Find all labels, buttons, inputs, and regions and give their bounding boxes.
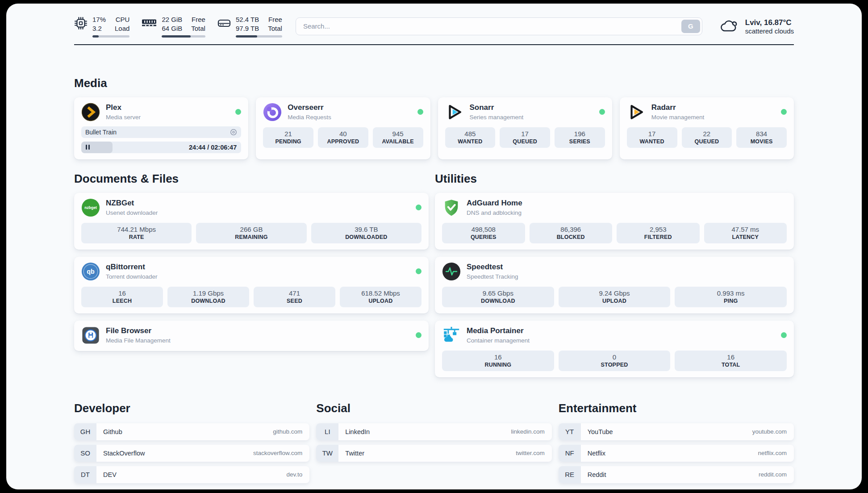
cpu-values: 17% 3.2 — [92, 15, 106, 33]
app-card-radarr[interactable]: Radarr Movie management 17WANTED 22QUEUE… — [620, 97, 794, 159]
status-dot — [235, 109, 241, 115]
app-card-qbittorrent[interactable]: qb qBittorrent Torrent downloader 16LEEC… — [74, 257, 429, 313]
app-subtitle: Torrent downloader — [106, 273, 158, 280]
playback-time: 24:44 / 02:06:47 — [189, 144, 237, 151]
app-card-nzbget[interactable]: nzbget NZBGet Usenet downloader 744.21 M… — [74, 193, 429, 250]
bookmark-abbr: DT — [74, 466, 96, 483]
search-bar: G — [296, 17, 702, 35]
stat-box: 86,396BLOCKED — [530, 223, 613, 243]
status-dot — [416, 332, 421, 338]
bookmark-youtube[interactable]: YT YouTube youtube.com — [559, 423, 794, 440]
stat-box: 16RUNNING — [442, 351, 554, 371]
disk-values: 52.4 TB 97.9 TB — [236, 15, 259, 33]
bookmark-name: Twitter — [345, 450, 364, 457]
section-title-social: Social — [316, 401, 551, 415]
nzbget-icon: nzbget — [81, 198, 100, 217]
media-grid: Plex Media server Bullet Train 24:44 / 0… — [74, 97, 794, 159]
speedtest-icon — [442, 262, 461, 281]
status-dot — [416, 205, 421, 210]
disk-widget: 52.4 TB 97.9 TB Free Total — [217, 15, 282, 38]
ram-progress-bar — [162, 35, 205, 38]
dashboard-page: 17% 3.2 CPU Load — [6, 4, 862, 489]
app-card-overseerr[interactable]: Overseerr Media Requests 21PENDING 40APP… — [256, 97, 430, 159]
ram-widget: 22 GiB 64 GiB Free Total — [142, 15, 205, 38]
app-title: AdGuard Home — [467, 199, 522, 208]
app-title: Plex — [106, 103, 141, 112]
cpu-percent: 17% — [92, 15, 106, 24]
topbar-divider — [74, 44, 794, 45]
cpu-labels: CPU Load — [115, 15, 129, 33]
app-title: Media Portainer — [467, 326, 530, 335]
disk-total: 97.9 TB — [236, 24, 259, 33]
search-engine-button[interactable]: G — [681, 20, 700, 33]
app-subtitle: Movie management — [651, 114, 705, 121]
svg-text:qb: qb — [87, 268, 95, 275]
bookmark-url: youtube.com — [752, 428, 787, 435]
app-card-adguard[interactable]: AdGuard Home DNS and adblocking 498,508Q… — [435, 193, 794, 250]
stat-box: 17WANTED — [627, 127, 677, 148]
now-playing-row: Bullet Train — [81, 126, 241, 138]
stat-box: 485WANTED — [445, 127, 496, 148]
bookmark-abbr: NF — [559, 445, 581, 462]
ram-labels: Free Total — [191, 15, 205, 33]
bookmark-abbr: SO — [74, 445, 96, 462]
app-title: NZBGet — [106, 199, 158, 208]
cpu-widget: 17% 3.2 CPU Load — [74, 15, 129, 38]
stat-box: 834MOVIES — [736, 127, 787, 148]
stat-box: 744.21 MbpsRATE — [81, 223, 192, 243]
bookmark-dev[interactable]: DT DEV dev.to — [74, 466, 309, 483]
app-card-sonarr[interactable]: Sonarr Series management 485WANTED 17QUE… — [438, 97, 612, 159]
section-title-developer: Developer — [74, 401, 309, 415]
app-card-portainer[interactable]: Media Portainer Container management 16R… — [435, 321, 794, 377]
app-title: Sonarr — [470, 103, 524, 112]
pause-icon[interactable] — [86, 145, 90, 150]
bookmark-name: Reddit — [588, 471, 606, 478]
bookmark-github[interactable]: GH Github github.com — [74, 423, 309, 440]
bookmark-url: github.com — [273, 428, 302, 435]
stat-box: 945AVAILABLE — [373, 127, 423, 148]
stat-box: 1.19 GbpsDOWNLOAD — [167, 287, 249, 307]
bookmark-name: DEV — [103, 471, 117, 478]
overseerr-icon — [263, 103, 282, 121]
plex-icon — [81, 103, 100, 121]
bookmark-abbr: TW — [316, 445, 338, 462]
cpu-load-value: 3.2 — [92, 24, 106, 33]
app-title: Radarr — [651, 103, 705, 112]
bookmark-url: stackoverflow.com — [253, 450, 302, 456]
app-title: File Browser — [106, 326, 171, 335]
top-bar: 17% 3.2 CPU Load — [74, 15, 794, 38]
app-card-filebrowser[interactable]: File Browser Media File Management — [74, 321, 429, 351]
weather-location: Lviv, 16.87°C — [745, 18, 794, 27]
bookmark-stackoverflow[interactable]: SO StackOverflow stackoverflow.com — [74, 445, 309, 462]
bookmark-netflix[interactable]: NF Netflix netflix.com — [559, 445, 794, 462]
section-title-documents: Documents & Files — [74, 172, 429, 186]
ram-total: 64 GiB — [162, 24, 182, 33]
bookmark-name: LinkedIn — [345, 428, 370, 435]
stat-box: 16LEECH — [81, 287, 163, 307]
app-subtitle: Usenet downloader — [106, 209, 158, 216]
bookmark-name: Github — [103, 428, 122, 435]
stat-box: 2,953FILTERED — [617, 223, 700, 243]
stat-box: 266 GBREMAINING — [196, 223, 306, 243]
bookmark-abbr: YT — [559, 423, 581, 440]
app-card-plex[interactable]: Plex Media server Bullet Train 24:44 / 0… — [74, 97, 248, 159]
bookmark-twitter[interactable]: TW Twitter twitter.com — [316, 445, 551, 462]
app-subtitle: DNS and adblocking — [467, 209, 522, 216]
status-dot — [417, 109, 423, 115]
search-input[interactable] — [296, 17, 702, 35]
bookmark-reddit[interactable]: RE Reddit reddit.com — [559, 466, 794, 483]
now-playing-title: Bullet Train — [85, 129, 117, 136]
stat-box: 9.65 GbpsDOWNLOAD — [442, 287, 554, 307]
bookmark-url: netflix.com — [758, 450, 787, 456]
playback-progress-row: 24:44 / 02:06:47 — [81, 142, 241, 153]
stat-box: 47.57 msLATENCY — [704, 223, 787, 243]
ram-values: 22 GiB 64 GiB — [162, 15, 182, 33]
app-card-speedtest[interactable]: Speedtest Speedtest Tracking 9.65 GbpsDO… — [435, 257, 794, 313]
portainer-icon — [442, 326, 461, 345]
bookmark-linkedin[interactable]: LI LinkedIn linkedin.com — [316, 423, 551, 440]
disk-progress-bar — [236, 35, 282, 38]
bookmark-abbr: RE — [559, 466, 581, 483]
bookmark-url: linkedin.com — [511, 428, 545, 435]
stat-box: 498,508QUERIES — [442, 223, 525, 243]
bookmark-abbr: GH — [74, 423, 96, 440]
